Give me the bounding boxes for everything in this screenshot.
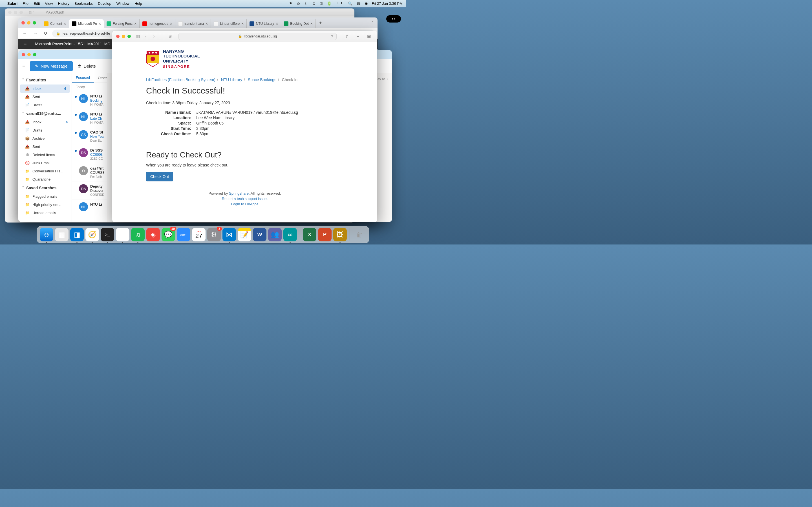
folder-drafts[interactable]: 📄Drafts xyxy=(18,101,71,109)
crumb-libfacilities[interactable]: LibFacilities (Facilities Booking System… xyxy=(146,77,215,82)
menubar-clock[interactable]: Fri 27 Jan 3:36 PM xyxy=(371,1,403,6)
safari-back-button[interactable]: ‹ xyxy=(143,34,148,39)
folder-flagged-emails[interactable]: 📁Flagged emails xyxy=(18,192,71,201)
folder-archive[interactable]: 📦Archive xyxy=(18,134,71,143)
delete-button[interactable]: 🗑 Delete xyxy=(77,64,96,68)
menu-history[interactable]: History xyxy=(58,1,69,6)
close-icon[interactable]: × xyxy=(170,21,172,26)
menu-develop[interactable]: Develop xyxy=(98,1,111,6)
control-center-icon[interactable]: ⊟ xyxy=(357,1,360,6)
footer-login-link[interactable]: Login to LibApps xyxy=(231,202,259,206)
sidebar-toggle-icon[interactable]: ▥ xyxy=(136,34,140,39)
dock-excel[interactable]: X xyxy=(303,228,316,241)
dock-launchpad[interactable]: ▦ xyxy=(55,228,68,241)
folder-inbox[interactable]: 📥Inbox4 xyxy=(20,84,70,93)
menu-window[interactable]: Window xyxy=(116,1,130,6)
app-menu[interactable]: Safari xyxy=(7,1,17,6)
folder-quarantine[interactable]: 📁Quarantine xyxy=(18,175,71,183)
spotlight-icon[interactable]: 🔍 xyxy=(348,1,352,6)
dock-teams[interactable]: 👥 xyxy=(268,228,282,241)
finder-view-icon[interactable]: ▥ ˅ xyxy=(29,10,34,14)
chrome-traffic-lights[interactable] xyxy=(21,21,36,24)
message-item[interactable]: DSDr SSSCC000322S2-CC xyxy=(72,145,107,163)
dock-spotify[interactable]: ♫ xyxy=(131,228,145,241)
new-tab-icon[interactable]: + xyxy=(354,34,361,39)
dock-chrome[interactable]: ◐ xyxy=(116,228,130,241)
chrome-tab[interactable]: Forcing Func× xyxy=(104,19,140,28)
status-v-icon[interactable]: V xyxy=(290,1,292,6)
message-item[interactable]: NLNTU LiBookingHi #KATA xyxy=(72,91,107,109)
dock-trash[interactable]: 🗑 xyxy=(353,228,366,241)
bluetooth-icon[interactable]: ᛫⃰ xyxy=(320,1,323,6)
dock-anydesk[interactable]: ◈ xyxy=(146,228,160,241)
folder-unread-emails[interactable]: 📁Unread emails xyxy=(18,209,71,217)
folder-sent[interactable]: 📤Sent xyxy=(18,93,71,101)
section-account[interactable]: ˅varun019@e.ntu.... xyxy=(18,109,71,118)
section-favourites[interactable]: ˅Favourites xyxy=(18,75,71,84)
safari-traffic-lights[interactable] xyxy=(116,35,131,38)
dock-word[interactable]: W xyxy=(253,228,266,241)
dock-calendar[interactable]: JAN 27 xyxy=(192,228,206,241)
chrome-tab[interactable]: transient ana× xyxy=(175,19,211,28)
folder-drafts[interactable]: 📄Drafts xyxy=(18,126,71,134)
battery-icon[interactable]: 🔋 xyxy=(327,1,332,6)
status-play-icon[interactable]: ⊙ xyxy=(312,1,315,6)
ntu-logo[interactable]: NANYANG TECHNOLOGICAL UNIVERSITY SINGAPO… xyxy=(146,49,343,69)
dock-messages[interactable]: 💬10 xyxy=(161,228,175,241)
close-icon[interactable]: × xyxy=(276,21,278,26)
do-not-disturb-icon[interactable]: ☾ xyxy=(305,1,308,6)
dock-zoom[interactable]: zoom xyxy=(177,228,190,241)
close-icon[interactable]: × xyxy=(134,21,137,26)
hamburger-icon[interactable]: ≡ xyxy=(24,41,27,47)
outlook-hamburger-icon[interactable]: ≡ xyxy=(22,63,26,69)
message-item[interactable]: DADeputyDiscoverCONFIDE xyxy=(72,181,107,200)
folder-conversation-his-[interactable]: 📁Conversation His... xyxy=(18,167,71,175)
chrome-tab[interactable]: Linear differe× xyxy=(211,19,247,28)
close-icon[interactable]: × xyxy=(99,21,101,26)
tab-dropdown-icon[interactable]: ˅ xyxy=(368,21,377,25)
reload-button[interactable]: ⟳ xyxy=(42,31,49,36)
menu-edit[interactable]: Edit xyxy=(34,1,40,6)
close-icon[interactable]: × xyxy=(64,21,66,26)
chrome-tab[interactable]: Microsoft Po× xyxy=(69,19,104,28)
message-item[interactable]: CSCAO StNew YeaDear Stu xyxy=(72,127,107,145)
footer-report-link[interactable]: Report a tech support issue. xyxy=(222,196,268,201)
dock-vscode[interactable]: ⋈ xyxy=(222,228,236,241)
chrome-tab[interactable]: NTU Library× xyxy=(247,19,281,28)
tabs-overview-icon[interactable]: ▣ xyxy=(365,34,373,39)
safari-forward-button[interactable]: › xyxy=(151,34,156,39)
section-saved[interactable]: ˅Saved Searches xyxy=(18,183,71,192)
outlook-traffic-lights[interactable] xyxy=(22,53,36,56)
menu-file[interactable]: File xyxy=(22,1,29,6)
crumb-space-bookings[interactable]: Space Bookings xyxy=(248,77,276,82)
new-tab-button[interactable]: + xyxy=(316,20,325,25)
folder-sent[interactable]: 📤Sent xyxy=(18,143,71,151)
privacy-shield-icon[interactable]: ⛨ xyxy=(168,34,172,39)
menu-bookmarks[interactable]: Bookmarks xyxy=(74,1,93,6)
close-icon[interactable]: × xyxy=(241,21,244,26)
new-message-button[interactable]: ✎ New Message xyxy=(30,61,73,71)
folder-junk-email[interactable]: 🚫Junk Email xyxy=(18,159,71,167)
dock-notes[interactable]: 📝 xyxy=(238,228,251,241)
back-button[interactable]: ← xyxy=(21,31,29,36)
checkout-button[interactable]: Check Out xyxy=(146,172,173,181)
menu-view[interactable]: View xyxy=(45,1,53,6)
dock-powerpoint[interactable]: P xyxy=(318,228,332,241)
share-icon[interactable]: ⇧ xyxy=(343,34,351,39)
chrome-tab[interactable]: homogenous× xyxy=(140,19,175,28)
dynamic-island[interactable]: ● ● xyxy=(386,15,401,22)
dock-finder[interactable]: ☺ xyxy=(40,228,53,241)
siri-icon[interactable]: ◉ xyxy=(364,1,368,6)
message-item[interactable]: NLNTU Li xyxy=(72,200,107,214)
dock-preview[interactable]: 🖼 xyxy=(333,228,347,241)
dock-settings[interactable]: ⚙3 xyxy=(207,228,221,241)
chrome-tab[interactable]: Booking Det× xyxy=(281,19,316,28)
folder-deleted-items[interactable]: 🗑Deleted Items xyxy=(18,151,71,159)
folder-high-priority-em-[interactable]: 📁High-priority em... xyxy=(18,201,71,209)
close-icon[interactable]: × xyxy=(206,21,208,26)
finder-traffic-lights[interactable] xyxy=(8,11,23,14)
message-item[interactable]: Ooas@ntCOURSEFor furth xyxy=(72,163,107,181)
dock-outlook[interactable]: ◨ xyxy=(70,228,84,241)
chrome-tab[interactable]: Content× xyxy=(41,19,69,28)
folder-inbox[interactable]: 📥Inbox4 xyxy=(18,118,71,126)
